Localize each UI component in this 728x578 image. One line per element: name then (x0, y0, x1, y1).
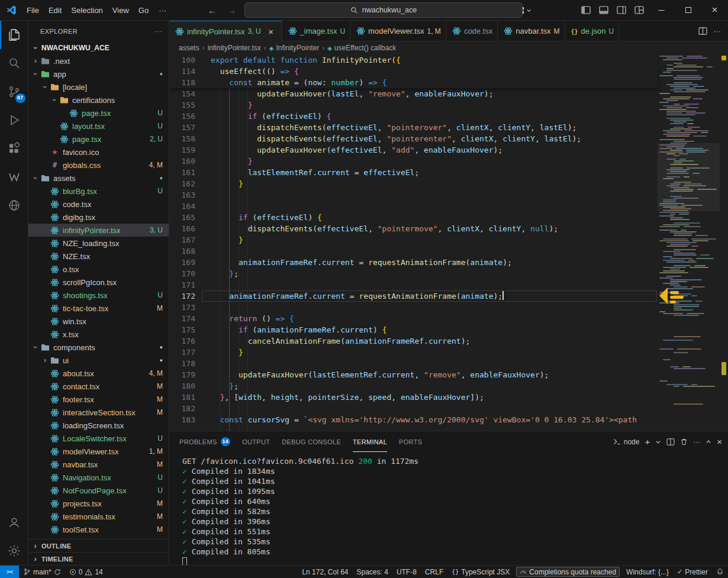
toggle-sidebar-left-icon[interactable] (577, 0, 595, 20)
windsurf-icon[interactable] (0, 163, 28, 191)
code-line-167[interactable]: 167 } (169, 234, 658, 246)
run-debug-icon[interactable] (0, 106, 28, 134)
tree-item-testimonials-tsx[interactable]: testimonials.tsxM (28, 510, 169, 523)
minimap[interactable] (658, 54, 720, 431)
code-line-114[interactable]: 114 useEffect(() => { (169, 66, 658, 77)
code-line-171[interactable]: 171 (169, 279, 658, 290)
panel-tab-problems[interactable]: PROBLEMS14 (179, 431, 230, 452)
code-line-183[interactable]: 183 const cursorSvg = `<svg xmlns='http:… (169, 414, 658, 425)
cursor-position-status[interactable]: Ln 172, Col 64 (298, 566, 352, 578)
close-button[interactable]: × (701, 0, 728, 20)
tree-item-scrollpgicon-tsx[interactable]: scrollPgIcon.tsx (28, 276, 169, 289)
tree-item-shootings-tsx[interactable]: shootings.tsxU (28, 289, 169, 302)
tree-item-favicon-ico[interactable]: ★favicon.ico (28, 146, 169, 159)
code-line-182[interactable]: 182 (169, 403, 658, 414)
panel-more-actions-icon[interactable]: ··· (693, 438, 700, 446)
tree-item-globals-css[interactable]: #globals.css4, M (28, 159, 169, 172)
code-line-174[interactable]: 174 return () => { (169, 313, 658, 324)
source-control-icon[interactable]: 67 (0, 78, 28, 106)
tree-item-app[interactable]: ›app● (28, 67, 169, 80)
tree-item-page-tsx[interactable]: page.tsx2, U (28, 133, 169, 146)
menu-selection[interactable]: Selection (66, 4, 107, 17)
breadcrumb-infinitypointer[interactable]: ◈InfinityPointer (269, 44, 319, 52)
tree-item-next[interactable]: ›.next (28, 54, 169, 67)
tree-item-projects-tsx[interactable]: projects.tsxM (28, 497, 169, 510)
minimize-button[interactable]: ─ (648, 0, 675, 20)
breadcrumb-infinitypointer-tsx[interactable]: infinityPointer.tsx (208, 44, 261, 52)
code-line-163[interactable]: 163 (169, 189, 658, 201)
code-line-100[interactable]: 100export default function InfinityPoint… (169, 54, 658, 66)
code-editor[interactable]: 154 updateFauxHover(lastEl, "remove", en… (169, 54, 728, 431)
code-line-178[interactable]: 178 (169, 358, 658, 369)
code-line-159[interactable]: 159 updateFauxHover(effectiveEl, "add", … (169, 144, 658, 156)
breadcrumb-useeffect-callback[interactable]: ◈useEffect() callback (327, 44, 396, 52)
problems-status[interactable]: 0 14 (65, 566, 107, 578)
editor-scrollbar[interactable] (720, 54, 728, 431)
menu-view[interactable]: View (108, 4, 134, 17)
code-line-155[interactable]: 155 } (169, 99, 658, 111)
windsurf-status[interactable]: Windsurf: {...} (622, 566, 673, 578)
code-line-168[interactable]: 168 (169, 246, 658, 257)
menu-go[interactable]: Go (134, 4, 153, 17)
customize-layout-icon[interactable] (630, 0, 648, 20)
tree-item-modelviewer-tsx[interactable]: modelViewer.tsx1, M (28, 445, 169, 458)
code-line-181[interactable]: 181 }, [width, height, pointerSize, spee… (169, 392, 658, 403)
tab-code-tsx[interactable]: code.tsx (446, 21, 498, 41)
tree-item-about-tsx[interactable]: about.tsx4, M (28, 367, 169, 380)
tree-item-ui[interactable]: ›ui● (28, 354, 169, 367)
tree-item-loadingscreen-tsx[interactable]: loadingScreen.tsx (28, 419, 169, 432)
close-tab-icon[interactable]: × (265, 25, 277, 37)
tree-item-notfoundpage-tsx[interactable]: NotFoundPage.tsxU (28, 484, 169, 497)
tree-item-navbar-tsx[interactable]: navbar.tsxM (28, 458, 169, 471)
completions-quota-status[interactable]: Completions quota reached (516, 567, 620, 577)
command-center-search[interactable]: nwachukwu_ace (244, 2, 523, 18)
tree-item-page-tsx[interactable]: page.tsxU (28, 106, 169, 120)
toggle-panel-icon[interactable] (595, 0, 613, 20)
code-line-118[interactable]: 118 const animate = (now: number) => { (169, 77, 658, 88)
menu-edit[interactable]: Edit (44, 4, 66, 17)
code-line-176[interactable]: 176 cancelAnimationFrame(animationFrameR… (169, 335, 658, 347)
code-line-179[interactable]: 179 updateFauxHover(lastElementRef.curre… (169, 369, 658, 380)
tab-navbar-tsx[interactable]: navbar.tsxM (498, 21, 565, 41)
encoding-status[interactable]: UTF-8 (392, 566, 421, 578)
tree-item-o-tsx[interactable]: o.tsx (28, 263, 169, 276)
browser-preview-icon[interactable] (0, 191, 28, 219)
tree-item-components[interactable]: ›components● (28, 341, 169, 354)
editor-more-actions-icon[interactable]: ··· (713, 27, 721, 35)
indentation-status[interactable]: Spaces: 4 (353, 566, 392, 578)
tree-item-win-tsx[interactable]: win.tsx (28, 315, 169, 328)
tree-item-interactivesection-tsx[interactable]: interactiveSection.tsxM (28, 406, 169, 419)
panel-tab-debug-console[interactable]: DEBUG CONSOLE (282, 431, 341, 452)
language-status[interactable]: {} TypeScript JSX (447, 566, 514, 578)
tab-modelviewer-tsx[interactable]: modelViewer.tsx1, M (350, 21, 446, 41)
tree-item-x-tsx[interactable]: x.tsx (28, 328, 169, 341)
search-view-icon[interactable] (0, 49, 28, 78)
tree-item-nze-loading-tsx[interactable]: NZE_loading.tsx (28, 237, 169, 250)
panel-tab-ports[interactable]: PORTS (399, 431, 422, 452)
code-line-165[interactable]: 165 if (effectiveEl) { (169, 212, 658, 223)
tree-item-contact-tsx[interactable]: contact.tsxM (28, 380, 169, 393)
maximize-button[interactable] (675, 0, 701, 20)
tree-item-nze-tsx[interactable]: NZE.tsx (28, 250, 169, 263)
tree-item-infinitypointer-tsx[interactable]: infinityPointer.tsx3, U (28, 224, 169, 237)
eol-status[interactable]: CRLF (421, 566, 447, 578)
code-line-161[interactable]: 161 lastElementRef.current = effectiveEl… (169, 167, 658, 178)
section-timeline[interactable]: ›TIMELINE (28, 552, 169, 565)
code-line-156[interactable]: 156 if (effectiveEl) { (169, 111, 658, 122)
explorer-icon[interactable] (0, 21, 28, 49)
code-line-166[interactable]: 166 dispatchEvents(effectiveEl, "pointer… (169, 223, 658, 234)
tree-item-tic-tac-toe-tsx[interactable]: tic-tac-toe.tsxM (28, 302, 169, 315)
terminal-output[interactable]: GET /favicon.ico?favicon.9c046f61.ico 20… (169, 452, 728, 565)
menu-file[interactable]: File (22, 4, 44, 17)
tree-item-navigation-tsx[interactable]: Navigation.tsxU (28, 471, 169, 484)
tree-item-layout-tsx[interactable]: layout.tsxU (28, 120, 169, 133)
breadcrumb-assets[interactable]: assets (179, 44, 199, 52)
code-line-162[interactable]: 162 } (169, 178, 658, 189)
forward-arrow-icon[interactable]: → (225, 5, 239, 16)
code-line-164[interactable]: 164 (169, 201, 658, 212)
code-line-160[interactable]: 160 } (169, 156, 658, 167)
close-panel-icon[interactable]: × (717, 437, 722, 447)
remote-indicator[interactable]: >< (0, 566, 19, 578)
tree-item-toolset-tsx[interactable]: toolSet.tsxM (28, 523, 169, 536)
accounts-icon[interactable] (0, 508, 28, 537)
